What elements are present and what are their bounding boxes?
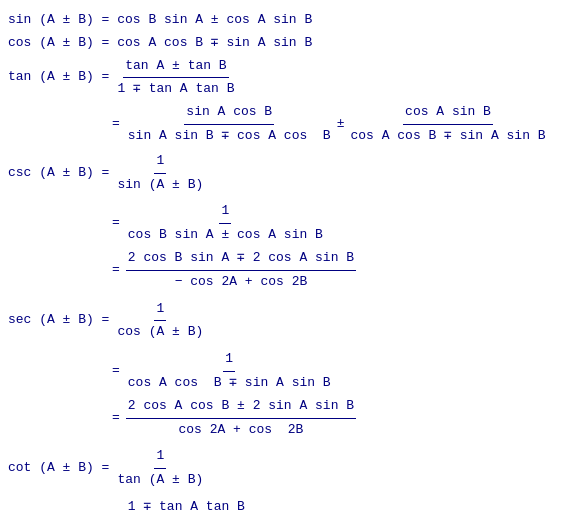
csc-lhs: csc (A ± B) =: [8, 163, 109, 184]
cot-formula-main: cot (A ± B) = 1 tan (A ± B): [8, 446, 564, 491]
csc-frac2-den: cos B sin A ± cos A sin B: [126, 224, 325, 246]
tan-frac1: tan A ± tan B 1 ∓ tan A tan B: [115, 56, 236, 101]
csc-frac2: 1 cos B sin A ± cos A sin B: [126, 201, 325, 246]
tan-formula-main: tan (A ± B) = tan A ± tan B 1 ∓ tan A ta…: [8, 56, 564, 101]
cot-frac1-den: tan (A ± B): [115, 469, 205, 491]
cot-frac2: 1 ∓ tan A tan B tan A ± tan B: [126, 497, 247, 511]
tan-frac3: cos A sin B cos A cos B ∓ sin A sin B: [348, 102, 547, 147]
csc-frac3-den: − cos 2A + cos 2B: [173, 271, 310, 293]
csc-frac2-num: 1: [219, 201, 231, 224]
csc-frac1-den: sin (A ± B): [115, 174, 205, 196]
tan-frac1-den: 1 ∓ tan A tan B: [115, 78, 236, 100]
sec-frac1: 1 cos (A ± B): [115, 299, 205, 344]
sec-eq3: =: [112, 408, 120, 429]
sec-lhs: sec (A ± B) =: [8, 310, 109, 331]
tan-eq2: =: [112, 114, 120, 135]
sec-frac2-den: cos A cos B ∓ sin A sin B: [126, 372, 333, 394]
cot-frac1: 1 tan (A ± B): [115, 446, 205, 491]
sec-expansion2: = 2 cos A cos B ± 2 sin A sin B cos 2A +…: [108, 396, 564, 441]
tan-expansion: = sin A cos B sin A sin B ∓ cos A cos B …: [108, 102, 564, 147]
tan-frac2: sin A cos B sin A sin B ∓ cos A cos B: [126, 102, 333, 147]
sec-expansion1: = 1 cos A cos B ∓ sin A sin B: [108, 349, 564, 394]
csc-frac1-num: 1: [154, 151, 166, 174]
sec-frac3: 2 cos A cos B ± 2 sin A sin B cos 2A + c…: [126, 396, 356, 441]
tan-frac2-num: sin A cos B: [184, 102, 274, 125]
csc-frac3: 2 cos B sin A ∓ 2 cos A sin B − cos 2A +…: [126, 248, 356, 293]
sec-frac1-den: cos (A ± B): [115, 321, 205, 343]
cot-frac2-num: 1 ∓ tan A tan B: [126, 497, 247, 511]
tan-frac3-num: cos A sin B: [403, 102, 493, 125]
csc-formula-main: csc (A ± B) = 1 sin (A ± B): [8, 151, 564, 196]
tan-pm: ±: [337, 114, 345, 135]
sin-text: sin (A ± B) = cos B sin A ± cos A sin B: [8, 10, 312, 31]
sec-eq2: =: [112, 361, 120, 382]
csc-eq2: =: [112, 213, 120, 234]
cot-lhs: cot (A ± B) =: [8, 458, 109, 479]
tan-lhs: tan (A ± B) =: [8, 67, 109, 88]
sec-frac3-num: 2 cos A cos B ± 2 sin A sin B: [126, 396, 356, 419]
sec-frac2: 1 cos A cos B ∓ sin A sin B: [126, 349, 333, 394]
csc-expansion2: = 2 cos B sin A ∓ 2 cos A sin B − cos 2A…: [108, 248, 564, 293]
sin-formula: sin (A ± B) = cos B sin A ± cos A sin B: [8, 10, 564, 31]
tan-frac1-num: tan A ± tan B: [123, 56, 228, 79]
csc-expansion1: = 1 cos B sin A ± cos A sin B: [108, 201, 564, 246]
csc-eq3: =: [112, 260, 120, 281]
sec-frac1-num: 1: [154, 299, 166, 322]
sec-formula-main: sec (A ± B) = 1 cos (A ± B): [8, 299, 564, 344]
sec-frac3-den: cos 2A + cos 2B: [177, 419, 306, 441]
csc-frac3-num: 2 cos B sin A ∓ 2 cos A sin B: [126, 248, 356, 271]
cot-frac1-num: 1: [154, 446, 166, 469]
cos-text: cos (A ± B) = cos A cos B ∓ sin A sin B: [8, 33, 312, 54]
tan-frac2-den: sin A sin B ∓ cos A cos B: [126, 125, 333, 147]
tan-frac3-den: cos A cos B ∓ sin A sin B: [348, 125, 547, 147]
csc-frac1: 1 sin (A ± B): [115, 151, 205, 196]
sec-frac2-num: 1: [223, 349, 235, 372]
cot-expansion1: = 1 ∓ tan A tan B tan A ± tan B: [108, 497, 564, 511]
cos-formula: cos (A ± B) = cos A cos B ∓ sin A sin B: [8, 33, 564, 54]
math-content: sin (A ± B) = cos B sin A ± cos A sin B …: [8, 10, 564, 511]
